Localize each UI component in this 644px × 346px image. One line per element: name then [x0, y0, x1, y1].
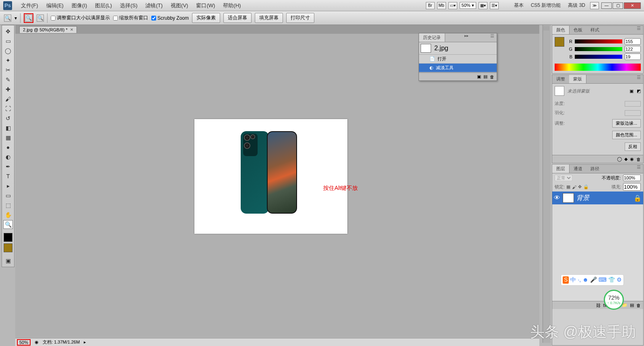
ime-toolbar[interactable]: S 中 ·, ☻ 🎤 ⌨ 👕 ⚙ [561, 274, 624, 286]
background-color[interactable] [4, 243, 12, 252]
actual-pixels-button[interactable]: 实际像素 [192, 13, 220, 23]
ime-skin-icon[interactable]: 👕 [608, 276, 615, 284]
status-menu-icon[interactable]: ▸ [84, 340, 86, 345]
window-close[interactable]: ✕ [624, 2, 641, 9]
history-delete-icon[interactable]: 🗑 [490, 74, 494, 79]
history-new-doc-icon[interactable]: ▤ [483, 74, 487, 79]
gradient-tool[interactable]: ▦ [3, 133, 13, 142]
menu-help[interactable]: 帮助(H) [219, 2, 245, 9]
status-preview-icon[interactable]: ◉ [35, 340, 39, 345]
density-input[interactable] [625, 101, 641, 107]
r-slider[interactable] [575, 39, 622, 43]
zoom-in-icon[interactable]: 🔍 [25, 14, 32, 22]
move-tool[interactable]: ✥ [3, 27, 13, 36]
tab-swatches[interactable]: 色板 [570, 26, 586, 34]
minibridge-icon[interactable]: Mb [437, 2, 446, 9]
window-minimize[interactable]: — [601, 2, 612, 9]
quick-select-tool[interactable]: ✦ [3, 56, 13, 65]
mask-disable-icon[interactable]: ◉ [630, 157, 634, 162]
dodge-tool[interactable]: ◐ [3, 152, 13, 161]
lock-pixels-icon[interactable]: 🖌 [572, 185, 576, 189]
zoom-tool[interactable]: 🔍 [3, 220, 13, 229]
lock-all-icon[interactable]: 🔒 [583, 184, 589, 189]
r-input[interactable] [625, 38, 641, 45]
tab-layers[interactable]: 图层 [552, 165, 570, 173]
hand-tool[interactable]: ✋ [3, 210, 13, 219]
fit-screen-button[interactable]: 适合屏幕 [223, 13, 252, 23]
lock-transparency-icon[interactable]: ▦ [566, 184, 570, 189]
menu-image[interactable]: 图像(I) [68, 2, 91, 9]
delete-layer-icon[interactable]: 🗑 [636, 303, 641, 308]
screen-mode-icon[interactable]: ▭▾ [448, 2, 457, 9]
foreground-color[interactable] [4, 233, 12, 242]
layers-panel-menu-icon[interactable]: ☰ [634, 165, 643, 173]
tab-history[interactable]: 历史记录 [419, 33, 445, 42]
brush-tool[interactable]: 🖌 [3, 95, 13, 103]
link-layers-icon[interactable]: ⛓ [596, 303, 601, 308]
ime-voice-icon[interactable]: 🎤 [590, 276, 597, 284]
blend-mode-select[interactable]: 正常 [555, 175, 572, 181]
battery-widget[interactable]: 72% ↑ 0.7K/s [604, 290, 624, 310]
opacity-input[interactable] [623, 175, 641, 181]
color-spectrum[interactable] [555, 64, 641, 71]
menu-file[interactable]: 文件(F) [17, 2, 42, 9]
workspace-more-icon[interactable]: ≫ [590, 2, 599, 9]
vector-mask-icon[interactable]: ◩ [637, 89, 641, 94]
ime-emoji-icon[interactable]: ☻ [582, 276, 588, 284]
lasso-tool[interactable]: ◯ [3, 46, 13, 55]
history-item-open[interactable]: 📄 打开 [419, 55, 497, 64]
workspace-cs5[interactable]: CS5 新增功能 [528, 2, 564, 9]
zoom-dropdown[interactable]: 50% ▾ [460, 2, 476, 9]
mask-panel-menu-icon[interactable]: ☰ [634, 75, 643, 83]
resize-window-checkbox[interactable]: 调整窗口大小以满屏显示 [51, 14, 110, 21]
feather-input[interactable] [625, 110, 641, 116]
eyedropper-tool[interactable]: ✎ [3, 75, 13, 84]
pen-tool[interactable]: ✒ [3, 162, 13, 171]
view-extras-icon[interactable]: ▦▾ [479, 2, 487, 9]
mask-load-icon[interactable]: ◯ [617, 157, 622, 162]
3d-tool[interactable]: ⬚ [3, 201, 13, 210]
history-brush-tool[interactable]: ↺ [3, 114, 13, 123]
new-layer-icon[interactable]: ▤ [630, 303, 634, 308]
layer-background[interactable]: 👁 背景 🔒 [552, 192, 643, 204]
panel-collapse-icon[interactable]: ▸▸ [462, 33, 471, 42]
color-panel-menu-icon[interactable]: ☰ [634, 26, 643, 34]
b-input[interactable] [625, 54, 641, 60]
healing-tool[interactable]: ✚ [3, 85, 13, 94]
workspace-basic[interactable]: 基本 [512, 2, 526, 9]
crop-tool[interactable]: ✂ [3, 66, 13, 74]
invert-button[interactable]: 反相 [625, 142, 641, 151]
pixel-mask-icon[interactable]: ▣ [630, 89, 634, 94]
mask-delete-icon[interactable]: 🗑 [636, 157, 641, 162]
menu-select[interactable]: 选择(S) [116, 2, 141, 9]
visibility-eye-icon[interactable]: 👁 [554, 194, 560, 202]
ime-mode-icon[interactable]: 中 [570, 276, 576, 284]
tab-channels[interactable]: 通道 [570, 165, 586, 173]
quick-mask-icon[interactable]: ▣ [3, 256, 13, 265]
status-zoom[interactable]: 50% [17, 339, 31, 346]
path-select-tool[interactable]: ▸ [3, 181, 13, 190]
panel-menu-icon[interactable]: ☰ [488, 33, 497, 42]
fill-screen-button[interactable]: 填充屏幕 [255, 13, 283, 23]
zoom-out-icon[interactable]: 🔍 [37, 14, 44, 22]
menu-view[interactable]: 视图(V) [167, 2, 192, 9]
tab-adjustments[interactable]: 调整 [552, 75, 569, 83]
bridge-icon[interactable]: Br [426, 2, 435, 9]
arrange-icon[interactable]: ☰▾ [490, 2, 499, 9]
menu-filter[interactable]: 滤镜(T) [141, 2, 167, 9]
g-slider[interactable] [575, 47, 622, 51]
history-snapshot[interactable]: 2.jpg [419, 42, 497, 55]
menu-layer[interactable]: 图层(L) [91, 2, 116, 9]
history-new-snapshot-icon[interactable]: ▣ [477, 74, 481, 79]
b-slider[interactable] [575, 55, 622, 59]
tab-paths[interactable]: 路径 [586, 165, 603, 173]
close-tab-icon[interactable]: ✕ [70, 27, 73, 32]
color-swatch[interactable] [555, 37, 564, 47]
tab-styles[interactable]: 样式 [586, 26, 603, 34]
ime-punct-icon[interactable]: ·, [578, 276, 581, 284]
print-size-button[interactable]: 打印尺寸 [286, 13, 314, 23]
scrubby-zoom-checkbox[interactable]: Scrubby Zoom [151, 15, 189, 21]
workspace-3d[interactable]: 高级 3D [566, 2, 588, 9]
history-item-dodge[interactable]: ◐ 减淡工具 [419, 64, 497, 72]
tool-preset-icon[interactable]: 🔍 [4, 14, 11, 22]
